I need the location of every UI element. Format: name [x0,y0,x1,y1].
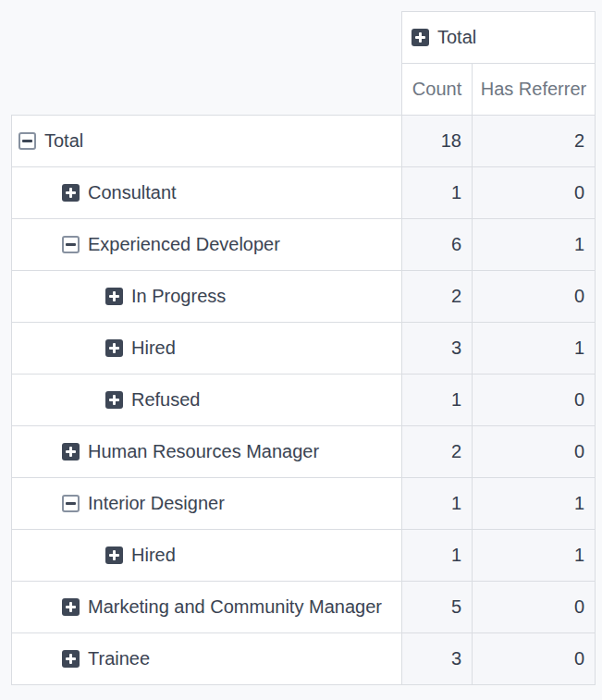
count-cell: 1 [402,375,473,426]
expand-collapse-icon [62,650,80,668]
count-cell: 5 [402,582,473,633]
row-header-hired-interior[interactable]: Hired [12,530,402,582]
count-cell: 1 [402,530,473,582]
has-referrer-cell: 1 [473,530,596,582]
table-row: Experienced Developer 6 1 [12,219,596,271]
row-label: Marketing and Community Manager [88,596,382,618]
has-referrer-cell: 0 [473,582,596,633]
row-label: Interior Designer [88,493,225,514]
row-header-hired[interactable]: Hired [12,323,402,375]
row-label: Hired [131,545,176,566]
has-referrer-cell: 1 [473,323,596,375]
count-cell: 3 [402,323,473,375]
row-header-experienced-developer[interactable]: Experienced Developer [12,219,402,271]
row-label: Consultant [88,182,177,203]
table-row: Trainee 3 0 [12,633,596,685]
row-header-total[interactable]: Total [12,116,402,167]
table-row: Interior Designer 1 1 [12,478,596,530]
row-header-interior-designer[interactable]: Interior Designer [12,478,402,530]
pivot-table-container: Total Count Has Referrer Total 18 2 [11,11,596,685]
measure-header-has-referrer[interactable]: Has Referrer [473,64,596,116]
count-cell: 6 [402,219,473,271]
has-referrer-cell: 1 [473,478,596,530]
count-cell: 3 [402,633,473,685]
has-referrer-cell: 2 [473,116,596,167]
row-label: Total [44,130,83,152]
count-cell: 18 [402,116,473,167]
count-cell: 1 [402,167,473,219]
expand-collapse-icon [62,184,80,202]
table-row: Human Resources Manager 2 0 [12,426,596,478]
table-row: Refused 1 0 [12,375,596,426]
count-cell: 2 [402,271,473,323]
expand-collapse-icon [62,236,80,253]
row-label: Trainee [88,648,150,669]
row-label: Hired [131,338,176,359]
row-label: Experienced Developer [88,234,280,255]
count-cell: 1 [402,478,473,530]
has-referrer-cell: 0 [473,633,596,685]
pivot-table: Total Count Has Referrer Total 18 2 [11,11,596,685]
row-header-marketing-and-community-manager[interactable]: Marketing and Community Manager [12,582,402,633]
expand-collapse-icon [105,391,123,409]
corner-cell [12,12,402,116]
table-row: Hired 1 1 [12,530,596,582]
table-row: Hired 3 1 [12,323,596,375]
total-column-header[interactable]: Total [402,12,596,64]
expand-collapse-icon [105,339,123,357]
has-referrer-cell: 0 [473,167,596,219]
expand-collapse-icon [18,132,36,150]
expand-collapse-icon [62,598,80,616]
table-row: Marketing and Community Manager 5 0 [12,582,596,633]
count-cell: 2 [402,426,473,478]
has-referrer-cell: 1 [473,219,596,271]
expand-collapse-icon [105,288,123,305]
row-header-trainee[interactable]: Trainee [12,633,402,685]
row-header-in-progress[interactable]: In Progress [12,271,402,323]
row-header-consultant[interactable]: Consultant [12,167,402,219]
expand-collapse-icon [62,443,80,461]
row-header-refused[interactable]: Refused [12,375,402,426]
has-referrer-cell: 0 [473,375,596,426]
has-referrer-cell: 0 [473,271,596,323]
plus-square-icon [412,29,429,46]
measure-header-count[interactable]: Count [402,64,473,116]
expand-collapse-icon [105,546,123,564]
total-column-label: Total [437,27,476,48]
row-label: Human Resources Manager [88,441,319,462]
table-row: In Progress 2 0 [12,271,596,323]
row-label: In Progress [131,286,226,307]
expand-collapse-icon [62,495,80,512]
row-label: Refused [131,389,201,411]
table-row: Consultant 1 0 [12,167,596,219]
has-referrer-cell: 0 [473,426,596,478]
row-header-human-resources-manager[interactable]: Human Resources Manager [12,426,402,478]
column-group-header-row: Total [12,12,596,64]
table-row: Total 18 2 [12,116,596,167]
